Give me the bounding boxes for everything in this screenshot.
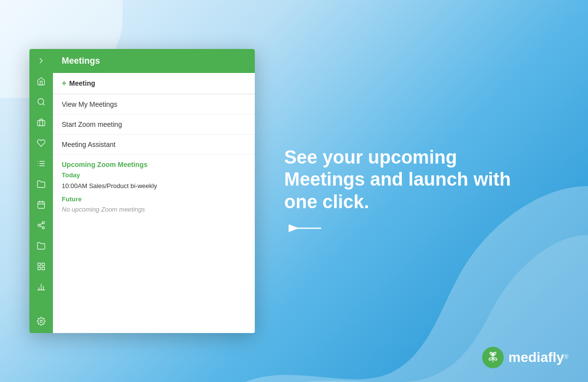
svg-rect-2	[38, 120, 45, 126]
start-zoom-item[interactable]: Start Zoom meeting	[53, 115, 255, 135]
grid-icon[interactable]	[35, 261, 47, 272]
folder2-icon[interactable]	[35, 240, 47, 252]
upcoming-section: Upcoming Zoom Meetings Today 10:00AM Sal…	[53, 155, 255, 216]
mediafly-icon	[482, 347, 504, 368]
arrow-right-icon[interactable]	[35, 55, 47, 67]
meeting-assistant-item[interactable]: Meeting Assistant	[53, 135, 255, 155]
svg-rect-20	[42, 267, 45, 270]
promo-text-section: See your upcoming Meetings and launch wi…	[255, 146, 559, 236]
meeting-assistant-label: Meeting Assistant	[62, 141, 116, 148]
folder-open-icon[interactable]	[35, 178, 47, 190]
app-mockup: Meetings + Meeting View My Meetings Star…	[29, 49, 255, 333]
panel-header: Meetings	[53, 49, 255, 73]
list-icon[interactable]	[35, 158, 47, 169]
add-meeting-label: Meeting	[69, 79, 95, 87]
no-meetings-text: No upcoming Zoom meetings	[62, 206, 246, 213]
content-wrapper: Meetings + Meeting View My Meetings Star…	[0, 0, 588, 382]
sidebar	[29, 49, 53, 333]
search-icon[interactable]	[35, 96, 47, 108]
main-panel: Meetings + Meeting View My Meetings Star…	[53, 49, 255, 333]
add-meeting-item[interactable]: + Meeting	[53, 73, 255, 94]
svg-rect-19	[42, 263, 45, 265]
meeting-time: 10:00AM	[62, 182, 89, 190]
view-meetings-item[interactable]: View My Meetings	[53, 94, 255, 115]
mediafly-registered: ®	[564, 354, 568, 360]
start-zoom-label: Start Zoom meeting	[62, 120, 122, 128]
svg-line-1	[43, 103, 44, 105]
mediafly-wordmark: mediafly	[509, 350, 564, 365]
svg-rect-18	[38, 263, 40, 265]
upcoming-title: Upcoming Zoom Meetings	[62, 161, 246, 168]
promo-headline: See your upcoming Meetings and launch wi…	[284, 146, 519, 214]
mediafly-name-text: mediafly®	[509, 350, 568, 365]
svg-rect-21	[38, 267, 40, 270]
future-label: Future	[62, 195, 246, 203]
svg-line-17	[40, 223, 42, 225]
arrow-left-icon	[284, 221, 323, 236]
meeting-entry-1[interactable]: 10:00AM Sales/Product bi-weekly	[62, 182, 246, 191]
mediafly-logo: mediafly®	[482, 347, 568, 368]
share-icon[interactable]	[35, 219, 47, 231]
svg-line-16	[40, 226, 42, 227]
promo-headline-text: See your upcoming Meetings and launch wi…	[284, 147, 511, 212]
view-meetings-label: View My Meetings	[62, 100, 117, 108]
panel-title: Meetings	[62, 56, 100, 66]
svg-point-30	[491, 353, 494, 356]
dragonfly-icon	[487, 351, 499, 364]
plus-icon: +	[62, 79, 66, 88]
calendar-icon[interactable]	[35, 199, 47, 211]
svg-point-26	[40, 320, 43, 323]
chart-icon[interactable]	[35, 281, 47, 293]
arrow-row	[284, 221, 323, 236]
home-icon[interactable]	[35, 75, 47, 87]
today-label: Today	[62, 171, 246, 179]
settings-icon[interactable]	[35, 315, 47, 327]
briefcase-icon[interactable]	[35, 117, 47, 128]
svg-rect-9	[38, 202, 45, 209]
panel-content: + Meeting View My Meetings Start Zoom me…	[53, 73, 255, 333]
meeting-title: Sales/Product bi-weekly	[89, 182, 157, 190]
heart-icon[interactable]	[35, 137, 47, 149]
